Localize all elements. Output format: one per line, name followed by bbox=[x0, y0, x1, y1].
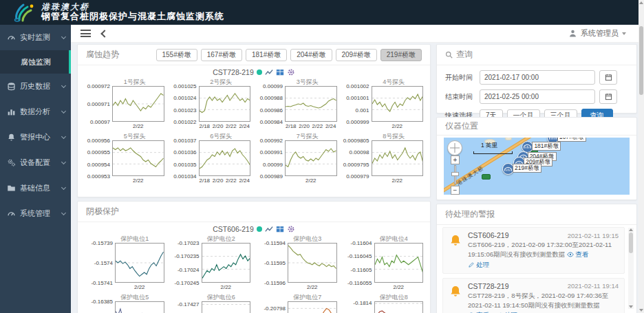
topbar: 系统管理员 bbox=[71, 25, 638, 43]
sidebar-item-data-analysis[interactable]: 数据分析 bbox=[0, 99, 71, 125]
corrosion-panel-title: 腐蚀趋势 bbox=[86, 49, 119, 61]
zoom-out-button[interactable]: − bbox=[451, 186, 460, 195]
start-calendar-button[interactable] bbox=[599, 70, 617, 85]
scroll-down-icon[interactable] bbox=[629, 305, 633, 308]
chart-plot-area bbox=[372, 86, 424, 122]
device-label: CST728-219 bbox=[213, 68, 254, 76]
sidebar-item-alarm-center[interactable]: 警报中心 bbox=[0, 125, 71, 150]
bell-icon bbox=[7, 133, 16, 142]
query-panel-header: 查询 bbox=[437, 45, 636, 65]
chevron-down-icon bbox=[61, 108, 66, 113]
sidebar-item-device-config[interactable]: 设备配置 bbox=[0, 150, 71, 175]
chevron-down-icon bbox=[61, 210, 66, 215]
y-axis-labels: -0.15739-0.1574-0.15741 bbox=[82, 243, 115, 283]
y-axis-labels: -0.1814-0.18141-0.18142 bbox=[341, 301, 374, 313]
corrosion-trend-panel: 腐蚀趋势 155#桥墩167#桥墩181#桥墩204#桥墩209#桥墩219#桥… bbox=[77, 44, 431, 197]
y-axis-labels: 0.000990.0009880.0009860.000984 bbox=[255, 86, 285, 122]
alerts-scrollbar[interactable] bbox=[628, 228, 634, 309]
zoom-in-button[interactable]: + bbox=[451, 155, 460, 164]
legend-dot-icon bbox=[257, 69, 262, 75]
settings-gear-icon[interactable] bbox=[287, 225, 295, 233]
sidebar-item-system-admin[interactable]: 系统管理 bbox=[0, 201, 71, 226]
marker-label: 167#桥墩 bbox=[557, 138, 586, 142]
zoom-slider-thumb[interactable] bbox=[451, 172, 459, 176]
y-axis-labels: 0.0009560.0009550.0009540.000953 bbox=[82, 140, 112, 176]
start-time-input[interactable] bbox=[480, 70, 595, 85]
end-calendar-button[interactable] bbox=[599, 89, 617, 104]
hamburger-menu-icon[interactable] bbox=[80, 28, 91, 39]
alerts-scrollbar-thumb[interactable] bbox=[629, 233, 633, 253]
mini-chart-5号探头: 5号探头0.0009560.0009550.0009540.0009532/22 bbox=[82, 132, 164, 184]
scroll-up-icon[interactable] bbox=[639, 1, 643, 4]
back-chevron-icon[interactable] bbox=[100, 30, 108, 37]
x-axis-labels: 2/22 bbox=[115, 283, 164, 291]
chart-plot-area bbox=[288, 243, 337, 283]
alert-handle-link[interactable]: 处理 bbox=[468, 261, 489, 268]
alerts-panel-header: 待处理的警报 bbox=[437, 204, 636, 225]
search-icon bbox=[445, 51, 453, 58]
pier-button-181[interactable]: 181#桥墩 bbox=[246, 49, 287, 61]
query-panel-title: 查询 bbox=[445, 49, 473, 61]
marker-label: 219#桥墩 bbox=[513, 164, 541, 173]
map-pan-control[interactable] bbox=[447, 140, 462, 155]
location-map[interactable]: 港珠澳大桥 1 英里 + − 167#桥墩181#桥墩204#桥墩209#桥墩2… bbox=[444, 138, 630, 195]
device-label: CST606-219 bbox=[213, 225, 254, 233]
settings-gear-icon[interactable] bbox=[287, 68, 295, 76]
brand-name: 港珠澳大桥 bbox=[41, 3, 224, 12]
mini-chart-保护电位8: 保护电位8-0.1814-0.18141-0.181422/22 bbox=[341, 293, 424, 313]
sidebar-item-history-data[interactable]: 历史数据 bbox=[0, 74, 71, 99]
scroll-up-icon[interactable] bbox=[629, 228, 633, 231]
mini-chart-8号探头: 8号探头0.00098050.000980.00097950.0009792/2… bbox=[341, 132, 424, 184]
start-time-row: 开始时间 bbox=[445, 70, 628, 85]
pier-button-204[interactable]: 204#桥墩 bbox=[290, 49, 332, 61]
chevron-down-icon bbox=[61, 159, 66, 164]
user-icon bbox=[568, 29, 577, 38]
alert-bell-icon bbox=[449, 234, 462, 248]
pier-button-209[interactable]: 209#桥墩 bbox=[336, 49, 377, 61]
map-marker-219[interactable]: 219#桥墩 bbox=[502, 163, 514, 175]
chart-title: 保护电位7 bbox=[255, 293, 337, 301]
alert-description: CST728-219，8号探头，2021-02-09 17:40:36至2021… bbox=[468, 291, 619, 313]
cathodic-chart-legend: CST606-219 bbox=[78, 224, 430, 234]
sidebar-item-realtime-monitor[interactable]: 实时监测 bbox=[0, 25, 71, 50]
alert-view-link[interactable]: 查看 bbox=[567, 250, 588, 258]
page-scrollbar[interactable] bbox=[638, 0, 644, 313]
sidebar-subitem-corrosion-monitor[interactable]: 腐蚀监测 bbox=[0, 50, 71, 74]
pier-button-167[interactable]: 167#桥墩 bbox=[201, 49, 242, 61]
cathodic-chart-grid: 保护电位1-0.15739-0.1574-0.157412/22保护电位2-0.… bbox=[78, 234, 430, 313]
calendar-icon bbox=[605, 74, 612, 81]
instrument-location-panel: 仪器位置 港珠澳大桥 1 英里 + − 167#桥墩181#桥墩204#桥墩20… bbox=[436, 117, 637, 200]
mini-chart-1号探头: 1号探头0.0009720.0009710.000972/22 bbox=[82, 78, 164, 130]
database-icon bbox=[7, 82, 16, 91]
app-header: 港珠澳大桥 钢管复合桩阴极保护与混凝土腐蚀监测系统 bbox=[0, 0, 644, 25]
x-axis-labels: 2/22 bbox=[372, 176, 424, 184]
alert-bell-icon bbox=[449, 285, 462, 299]
x-axis-labels: 2/22 bbox=[372, 122, 424, 130]
y-axis-labels: -0.16385-0.163855-0.16386 bbox=[82, 301, 115, 313]
user-menu[interactable]: 系统管理员 bbox=[568, 28, 626, 39]
app-window: 港珠澳大桥 钢管复合桩阴极保护与混凝土腐蚀监测系统 实时监测腐蚀监测历史数据数据… bbox=[0, 0, 644, 313]
alert-device-name: CST728-219 bbox=[468, 282, 509, 290]
brand-text: 港珠澳大桥 钢管复合桩阴极保护与混凝土腐蚀监测系统 bbox=[41, 3, 224, 23]
pier-button-219[interactable]: 219#桥墩 bbox=[380, 49, 422, 61]
sidebar-item-basic-info[interactable]: 基础信息 bbox=[0, 175, 71, 201]
scroll-down-icon[interactable] bbox=[639, 309, 643, 312]
pier-button-155[interactable]: 155#桥墩 bbox=[156, 49, 197, 61]
sidebar-item-label: 设备配置 bbox=[20, 158, 62, 168]
map-panel-header: 仪器位置 bbox=[437, 118, 636, 136]
start-time-label: 开始时间 bbox=[445, 73, 480, 83]
data-table-icon[interactable] bbox=[276, 68, 284, 76]
end-time-input[interactable] bbox=[480, 89, 595, 104]
alerts-list: CST606-2192021-02-11 19:15CST606-219，202… bbox=[442, 227, 625, 313]
data-table-icon[interactable] bbox=[276, 225, 284, 233]
map-panel-title: 仪器位置 bbox=[445, 120, 478, 132]
line-chart-toggle-icon[interactable] bbox=[265, 68, 273, 76]
y-axis-labels: -0.17023-0.170235-0.17024-0.170245 bbox=[169, 243, 202, 283]
page-scrollbar-thumb[interactable] bbox=[639, 26, 643, 95]
line-chart-toggle-icon[interactable] bbox=[265, 225, 273, 233]
calendar-icon bbox=[605, 93, 612, 100]
y-axis-labels: -0.20798-0.20799 bbox=[255, 301, 288, 313]
end-time-label: 结束时间 bbox=[445, 92, 480, 102]
chart-plot-area bbox=[285, 140, 337, 176]
corrosion-chart-legend: CST728-219 bbox=[78, 67, 430, 77]
